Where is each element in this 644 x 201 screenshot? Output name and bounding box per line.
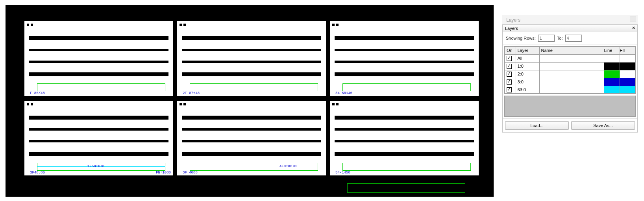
layer-line-swatch[interactable] — [604, 62, 620, 70]
metal-trace — [335, 140, 474, 142]
layer-name-cell[interactable] — [539, 86, 604, 94]
row-to-input[interactable] — [565, 35, 582, 42]
cell-label: F 85/48 — [30, 91, 45, 95]
cell-sublabel: 4F0+867M — [279, 164, 296, 168]
layer-on-cell[interactable] — [505, 62, 516, 70]
cell-label: 54-1458 — [335, 171, 350, 175]
layer-on-cell[interactable] — [505, 54, 516, 62]
layer-name-cell[interactable] — [539, 70, 604, 78]
layer-id-cell[interactable]: 3:0 — [516, 78, 539, 86]
layout-cell[interactable]: 3F48.861F58+670FN+1088 — [24, 101, 173, 175]
layer-line-swatch[interactable] — [604, 70, 620, 78]
metal-trace — [182, 128, 321, 131]
layer-on-cell[interactable] — [505, 86, 516, 94]
layer-table[interactable]: On Layer Name Line Fill All1:02:03:063:0 — [504, 46, 636, 94]
table-row[interactable]: 3:0 — [505, 78, 635, 86]
metal-trace — [29, 140, 168, 142]
cell-outline — [190, 163, 318, 171]
cell-sublabel: 1F58+670 — [87, 164, 104, 168]
layer-fill-swatch[interactable] — [620, 86, 635, 94]
cell-label: 3F 4088 — [183, 171, 198, 175]
layout-cell[interactable]: 3F 40884F0+867M — [177, 101, 326, 175]
metal-trace — [335, 116, 474, 120]
save-as-button[interactable]: Save As... — [571, 121, 635, 130]
table-header-row: On Layer Name Line Fill — [505, 46, 635, 54]
col-line[interactable]: Line — [604, 46, 620, 54]
metal-trace — [182, 49, 321, 51]
metal-trace — [29, 49, 168, 51]
layer-visibility-checkbox[interactable] — [507, 56, 512, 61]
cell-outline — [190, 83, 318, 91]
layout-cell[interactable]: F 85/48 — [24, 21, 173, 96]
layer-fill-swatch[interactable] — [620, 62, 635, 70]
metal-trace — [335, 61, 474, 63]
cell-outline — [342, 163, 471, 171]
table-row[interactable]: 2:0 — [505, 70, 635, 78]
metal-trace — [335, 72, 474, 76]
panel-buttons: Load... Save As... — [503, 118, 637, 132]
col-name[interactable]: Name — [539, 46, 604, 54]
layer-name-cell[interactable] — [539, 78, 604, 86]
load-button[interactable]: Load... — [505, 121, 569, 130]
metal-trace — [29, 116, 168, 120]
col-layer[interactable]: Layer — [516, 46, 539, 54]
metal-trace — [29, 36, 168, 40]
layer-id-cell[interactable]: 2:0 — [516, 70, 539, 78]
table-row[interactable]: 63:0 — [505, 86, 635, 94]
table-row[interactable]: 1:0 — [505, 62, 635, 70]
layout-cell[interactable]: 2F 87+48 — [177, 21, 326, 96]
layer-visibility-checkbox[interactable] — [507, 72, 512, 77]
metal-trace — [182, 61, 321, 63]
row-filter: Showing Rows: To: — [503, 32, 637, 44]
layers-panel-title-text: Layers — [505, 26, 518, 31]
layer-fill-swatch[interactable] — [620, 54, 635, 62]
metal-trace — [29, 128, 168, 131]
layer-name-cell[interactable] — [539, 62, 604, 70]
cell-label: 3F48.86 — [30, 171, 45, 175]
layer-fill-swatch[interactable] — [620, 70, 635, 78]
layers-panel: Layers × Showing Rows: To: On Layer Name… — [502, 24, 638, 133]
col-fill[interactable]: Fill — [620, 46, 635, 54]
metal-trace — [29, 61, 168, 63]
metal-trace — [182, 152, 321, 156]
layer-id-cell[interactable]: 63:0 — [516, 86, 539, 94]
table-row[interactable]: All — [505, 54, 635, 62]
inactive-title-text: Layers — [506, 17, 520, 23]
cell-outline — [37, 83, 165, 91]
layer-table-wrap: On Layer Name Line Fill All1:02:03:063:0 — [503, 44, 637, 96]
layers-panel-titlebar[interactable]: Layers × — [503, 25, 637, 32]
inactive-window-title: Layers — [502, 15, 638, 24]
layer-id-cell[interactable]: 1:0 — [516, 62, 539, 70]
metal-trace — [29, 152, 168, 156]
showing-rows-label: Showing Rows: — [506, 36, 536, 41]
table-empty-area — [504, 96, 636, 117]
layer-line-swatch[interactable] — [604, 54, 620, 62]
metal-trace — [335, 152, 474, 156]
col-on[interactable]: On — [505, 46, 516, 54]
row-from-input[interactable] — [538, 35, 555, 42]
layer-id-cell[interactable]: All — [516, 54, 539, 62]
layer-line-swatch[interactable] — [604, 86, 620, 94]
metal-trace — [335, 36, 474, 40]
layout-viewport[interactable]: F 85/482F 87+4834-581403F48.861F58+670FN… — [6, 5, 494, 197]
cell-outline — [342, 83, 471, 91]
metal-trace — [182, 36, 321, 40]
layer-on-cell[interactable] — [505, 78, 516, 86]
layer-on-cell[interactable] — [505, 70, 516, 78]
inactive-close-box[interactable] — [630, 17, 636, 22]
metal-trace — [182, 72, 321, 76]
metal-trace — [182, 116, 321, 120]
layer-visibility-checkbox[interactable] — [507, 79, 512, 85]
layer-line-swatch[interactable] — [604, 78, 620, 86]
metal-trace — [182, 140, 321, 142]
layout-cell[interactable]: 34-58140 — [330, 21, 479, 96]
layer-visibility-checkbox[interactable] — [507, 64, 512, 69]
cell-label: 2F 87+48 — [183, 91, 200, 95]
layer-visibility-checkbox[interactable] — [507, 87, 512, 92]
close-icon[interactable]: × — [632, 26, 635, 30]
layer-name-cell[interactable] — [539, 54, 604, 62]
metal-trace — [335, 128, 474, 131]
layer-fill-swatch[interactable] — [620, 78, 635, 86]
cell-label: 34-58140 — [335, 91, 352, 95]
layout-cell[interactable]: 54-1458 — [330, 101, 479, 175]
